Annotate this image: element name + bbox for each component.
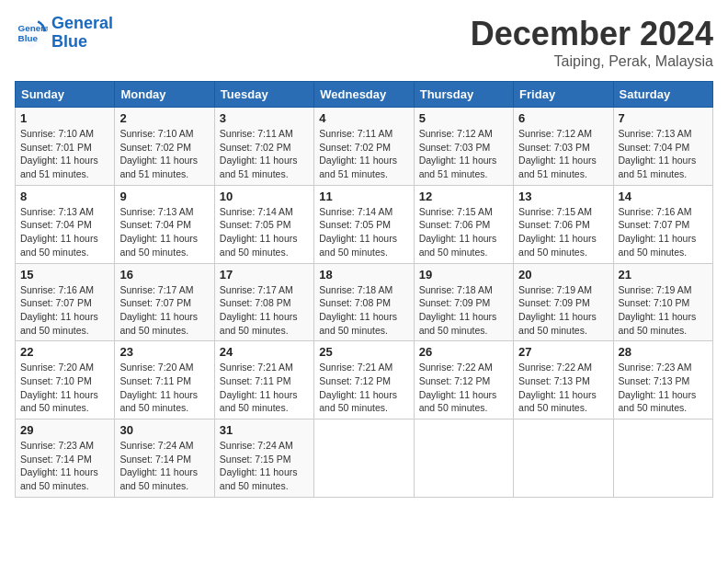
day-info: Sunrise: 7:13 AM Sunset: 7:04 PM Dayligh… [619,127,708,181]
calendar-cell: 9Sunrise: 7:13 AM Sunset: 7:04 PM Daylig… [115,185,214,263]
header-thursday: Thursday [414,82,513,108]
day-number: 15 [20,268,109,282]
day-number: 26 [419,345,508,359]
calendar-cell: 22Sunrise: 7:20 AM Sunset: 7:10 PM Dayli… [16,341,115,419]
day-info: Sunrise: 7:22 AM Sunset: 7:12 PM Dayligh… [419,361,508,415]
day-info: Sunrise: 7:14 AM Sunset: 7:05 PM Dayligh… [319,205,408,259]
calendar-cell [613,419,712,498]
day-number: 27 [518,345,608,359]
day-info: Sunrise: 7:13 AM Sunset: 7:04 PM Dayligh… [20,205,109,259]
calendar-cell: 21Sunrise: 7:19 AM Sunset: 7:10 PM Dayli… [613,263,712,341]
calendar-cell: 15Sunrise: 7:16 AM Sunset: 7:07 PM Dayli… [16,263,115,341]
month-title: December 2024 [471,15,713,53]
calendar-cell: 1Sunrise: 7:10 AM Sunset: 7:01 PM Daylig… [16,108,115,186]
calendar-cell [414,419,513,498]
calendar-cell: 13Sunrise: 7:15 AM Sunset: 7:06 PM Dayli… [514,185,613,263]
day-info: Sunrise: 7:20 AM Sunset: 7:11 PM Dayligh… [119,361,209,415]
day-info: Sunrise: 7:23 AM Sunset: 7:14 PM Dayligh… [20,439,109,493]
day-info: Sunrise: 7:10 AM Sunset: 7:02 PM Dayligh… [119,127,209,181]
day-number: 7 [619,111,708,125]
day-info: Sunrise: 7:11 AM Sunset: 7:02 PM Dayligh… [220,127,309,181]
day-info: Sunrise: 7:24 AM Sunset: 7:14 PM Dayligh… [119,439,209,493]
calendar-cell [514,419,613,498]
header-wednesday: Wednesday [314,82,414,108]
calendar-cell: 20Sunrise: 7:19 AM Sunset: 7:09 PM Dayli… [514,263,613,341]
day-number: 24 [220,345,309,359]
day-info: Sunrise: 7:23 AM Sunset: 7:13 PM Dayligh… [619,361,708,415]
day-info: Sunrise: 7:12 AM Sunset: 7:03 PM Dayligh… [518,127,608,181]
day-info: Sunrise: 7:24 AM Sunset: 7:15 PM Dayligh… [220,439,309,493]
calendar-cell: 28Sunrise: 7:23 AM Sunset: 7:13 PM Dayli… [613,341,712,419]
calendar-cell: 18Sunrise: 7:18 AM Sunset: 7:08 PM Dayli… [314,263,414,341]
day-number: 3 [220,111,309,125]
day-info: Sunrise: 7:21 AM Sunset: 7:11 PM Dayligh… [220,361,309,415]
day-number: 20 [518,268,608,282]
day-number: 31 [220,423,309,437]
day-number: 1 [20,111,109,125]
day-number: 10 [220,190,309,203]
page-header: General Blue General Blue December 2024 … [15,15,713,70]
day-info: Sunrise: 7:17 AM Sunset: 7:08 PM Dayligh… [220,283,309,338]
day-number: 8 [20,190,109,203]
day-number: 11 [319,190,408,203]
calendar-table: Sunday Monday Tuesday Wednesday Thursday… [15,81,713,498]
logo: General Blue General Blue [15,15,113,52]
calendar-cell: 6Sunrise: 7:12 AM Sunset: 7:03 PM Daylig… [514,108,613,186]
day-number: 13 [518,190,608,203]
calendar-cell: 8Sunrise: 7:13 AM Sunset: 7:04 PM Daylig… [16,185,115,263]
calendar-cell: 30Sunrise: 7:24 AM Sunset: 7:14 PM Dayli… [115,419,214,498]
day-number: 29 [20,423,109,437]
day-info: Sunrise: 7:15 AM Sunset: 7:06 PM Dayligh… [518,205,608,259]
day-info: Sunrise: 7:19 AM Sunset: 7:10 PM Dayligh… [619,283,708,338]
calendar-week-row: 8Sunrise: 7:13 AM Sunset: 7:04 PM Daylig… [16,185,713,263]
day-number: 18 [319,268,408,282]
day-number: 28 [619,345,708,359]
day-number: 4 [319,111,408,125]
day-info: Sunrise: 7:11 AM Sunset: 7:02 PM Dayligh… [319,127,408,181]
day-number: 12 [419,190,508,203]
day-info: Sunrise: 7:12 AM Sunset: 7:03 PM Dayligh… [419,127,508,181]
day-number: 22 [20,345,109,359]
calendar-cell: 2Sunrise: 7:10 AM Sunset: 7:02 PM Daylig… [115,108,214,186]
calendar-week-row: 15Sunrise: 7:16 AM Sunset: 7:07 PM Dayli… [16,263,713,341]
calendar-cell: 3Sunrise: 7:11 AM Sunset: 7:02 PM Daylig… [214,108,313,186]
day-number: 23 [119,345,209,359]
svg-text:Blue: Blue [18,33,39,43]
logo-icon: General Blue [15,17,48,50]
calendar-cell: 26Sunrise: 7:22 AM Sunset: 7:12 PM Dayli… [414,341,513,419]
day-info: Sunrise: 7:16 AM Sunset: 7:07 PM Dayligh… [20,283,109,338]
day-info: Sunrise: 7:16 AM Sunset: 7:07 PM Dayligh… [619,205,708,259]
day-info: Sunrise: 7:18 AM Sunset: 7:09 PM Dayligh… [419,283,508,338]
calendar-cell: 31Sunrise: 7:24 AM Sunset: 7:15 PM Dayli… [214,419,313,498]
header-tuesday: Tuesday [214,82,313,108]
day-number: 9 [119,190,209,203]
header-friday: Friday [514,82,613,108]
day-info: Sunrise: 7:17 AM Sunset: 7:07 PM Dayligh… [119,283,209,338]
day-info: Sunrise: 7:18 AM Sunset: 7:08 PM Dayligh… [319,283,408,338]
calendar-week-row: 29Sunrise: 7:23 AM Sunset: 7:14 PM Dayli… [16,419,713,498]
header-saturday: Saturday [613,82,712,108]
calendar-cell: 27Sunrise: 7:22 AM Sunset: 7:13 PM Dayli… [514,341,613,419]
logo-name-line1: General [51,15,113,33]
day-number: 16 [119,268,209,282]
calendar-cell: 24Sunrise: 7:21 AM Sunset: 7:11 PM Dayli… [214,341,313,419]
calendar-cell: 10Sunrise: 7:14 AM Sunset: 7:05 PM Dayli… [214,185,313,263]
calendar-cell: 29Sunrise: 7:23 AM Sunset: 7:14 PM Dayli… [16,419,115,498]
day-number: 6 [518,111,608,125]
location: Taiping, Perak, Malaysia [471,53,713,70]
day-number: 5 [419,111,508,125]
calendar-cell: 4Sunrise: 7:11 AM Sunset: 7:02 PM Daylig… [314,108,414,186]
day-info: Sunrise: 7:14 AM Sunset: 7:05 PM Dayligh… [220,205,309,259]
day-info: Sunrise: 7:20 AM Sunset: 7:10 PM Dayligh… [20,361,109,415]
header-sunday: Sunday [16,82,115,108]
calendar-week-row: 22Sunrise: 7:20 AM Sunset: 7:10 PM Dayli… [16,341,713,419]
day-number: 19 [419,268,508,282]
calendar-cell: 5Sunrise: 7:12 AM Sunset: 7:03 PM Daylig… [414,108,513,186]
day-number: 21 [619,268,708,282]
calendar-cell: 19Sunrise: 7:18 AM Sunset: 7:09 PM Dayli… [414,263,513,341]
calendar-week-row: 1Sunrise: 7:10 AM Sunset: 7:01 PM Daylig… [16,108,713,186]
header-monday: Monday [115,82,214,108]
logo-name-line2: Blue [51,33,113,52]
day-info: Sunrise: 7:10 AM Sunset: 7:01 PM Dayligh… [20,127,109,181]
day-number: 17 [220,268,309,282]
